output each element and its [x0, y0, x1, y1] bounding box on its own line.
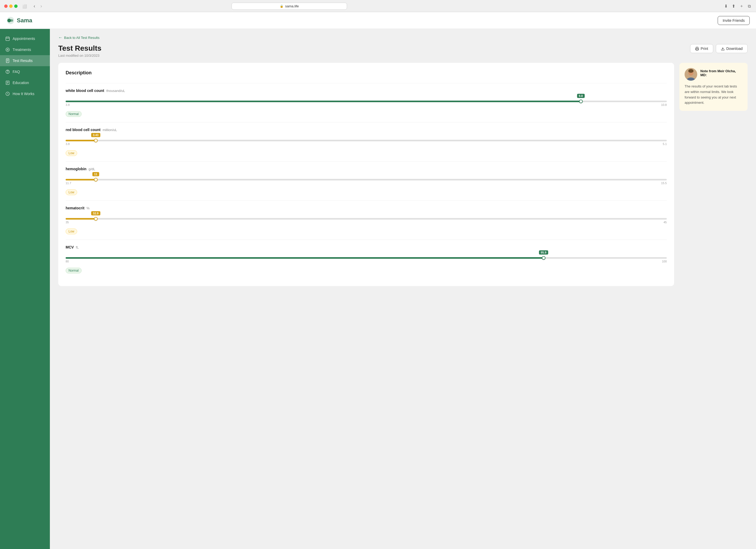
result-row-hemoglobin: hemoglobin g/dL 11 11.7 15.5 — [66, 161, 667, 200]
download-icon-browser[interactable]: ⬇ — [723, 3, 729, 9]
sidebar-item-test-results[interactable]: Test Results — [0, 55, 50, 66]
svg-point-2 — [11, 19, 13, 22]
value-bubble-mcv: 95.9 — [539, 250, 548, 254]
top-nav: Sama Invite Friends — [0, 12, 756, 29]
slider-rbc: 3.43 3.8 5.1 — [66, 140, 667, 145]
print-button[interactable]: Print — [690, 44, 713, 53]
slider-hematocrit: 32.9 35 45 — [66, 218, 667, 224]
close-button[interactable] — [4, 4, 8, 8]
sidebar-toggle-button[interactable]: ⬜ — [21, 4, 28, 9]
result-row-wbc: white blood cell count thousand/uL 9.8 3… — [66, 83, 667, 122]
url-text: sama.life — [285, 4, 299, 8]
slider-labels-mcv: 80 100 — [66, 260, 667, 263]
status-badge-hemoglobin: Low — [66, 189, 77, 195]
slider-track-mcv — [66, 257, 667, 259]
svg-point-14 — [8, 72, 8, 73]
faq-icon — [5, 69, 10, 74]
slider-fill-hematocrit — [66, 218, 96, 219]
note-header: Note from Meir Olcha, MD: — [685, 68, 742, 81]
svg-point-8 — [7, 49, 8, 50]
svg-point-7 — [6, 48, 9, 51]
invite-friends-button[interactable]: Invite Friends — [718, 16, 750, 25]
slider-labels-hematocrit: 35 45 — [66, 221, 667, 224]
tabs-icon[interactable]: ⧉ — [747, 3, 752, 9]
back-nav-button[interactable]: ‹ — [34, 3, 35, 9]
logo: Sama — [6, 16, 32, 25]
value-bubble-rbc: 3.43 — [91, 133, 100, 137]
doctor-avatar — [685, 68, 697, 81]
status-badge-hematocrit: Low — [66, 228, 77, 234]
slider-thumb-rbc — [94, 139, 98, 142]
document-icon — [5, 58, 10, 63]
note-title: Note from Meir Olcha, MD: — [700, 68, 742, 77]
treatments-icon — [5, 47, 10, 52]
result-name-wbc: white blood cell count thousand/uL — [66, 88, 667, 93]
value-bubble-wbc: 9.8 — [577, 94, 585, 98]
slider-thumb-mcv — [542, 256, 545, 260]
education-icon — [5, 80, 10, 85]
status-badge-mcv: Normal — [66, 268, 82, 273]
slider-thumb-hematocrit — [94, 217, 98, 221]
result-name-rbc: red blood cell count million/uL — [66, 128, 667, 132]
note-card: Note from Meir Olcha, MD: The results of… — [679, 63, 748, 111]
address-bar[interactable]: 🔒 sama.life — [232, 3, 347, 10]
slider-track-rbc — [66, 140, 667, 141]
sidebar-item-education[interactable]: Education — [0, 77, 50, 88]
main-layout: Appointments Treatments Test Results FAQ — [0, 29, 756, 549]
slider-fill-mcv — [66, 257, 544, 259]
two-col-layout: Description white blood cell count thous… — [58, 63, 748, 286]
result-name-hematocrit: hematocrit % — [66, 206, 667, 210]
logo-text: Sama — [17, 17, 32, 24]
note-text: The results of your recent lab tests are… — [685, 84, 742, 106]
slider-labels-rbc: 3.8 5.1 — [66, 142, 667, 145]
content-area: ← Back to All Test Results Test Results … — [50, 29, 756, 549]
add-tab-icon[interactable]: ＋ — [738, 3, 745, 9]
back-arrow-icon: ← — [58, 35, 62, 40]
browser-actions: ⬇ ⬆ ＋ ⧉ — [723, 3, 752, 9]
result-name-mcv: MCV fL — [66, 245, 667, 249]
logo-icon — [6, 16, 15, 25]
sidebar-item-appointments[interactable]: Appointments — [0, 33, 50, 44]
download-button[interactable]: Download — [716, 44, 748, 53]
result-row-mcv: MCV fL 95.9 80 100 — [66, 239, 667, 279]
page-subtitle: Last modified on 10/3/2023 — [58, 54, 101, 57]
calendar-icon — [5, 36, 10, 41]
slider-fill-rbc — [66, 140, 96, 141]
treatments-label: Treatments — [13, 48, 31, 52]
svg-rect-3 — [6, 37, 9, 41]
value-bubble-hematocrit: 32.9 — [91, 211, 100, 215]
sidebar-item-how-it-works[interactable]: How It Works — [0, 88, 50, 99]
sidebar-item-faq[interactable]: FAQ — [0, 66, 50, 77]
slider-thumb-hemoglobin — [94, 178, 98, 181]
back-link[interactable]: ← Back to All Test Results — [58, 35, 748, 40]
page-title-section: Test Results Last modified on 10/3/2023 — [58, 44, 101, 57]
results-card: Description white blood cell count thous… — [58, 63, 674, 286]
page-header: Test Results Last modified on 10/3/2023 … — [58, 44, 748, 57]
how-it-works-label: How It Works — [13, 92, 34, 96]
slider-wbc: 9.8 3.8 10.8 — [66, 101, 667, 106]
slider-track-wbc — [66, 101, 667, 102]
fullscreen-button[interactable] — [14, 4, 18, 8]
sidebar-item-treatments[interactable]: Treatments — [0, 44, 50, 55]
minimize-button[interactable] — [9, 4, 13, 8]
test-results-label: Test Results — [13, 59, 33, 63]
forward-nav-button[interactable]: › — [40, 3, 42, 9]
slider-thumb-wbc — [579, 99, 583, 103]
download-label: Download — [726, 46, 743, 51]
result-name-hemoglobin: hemoglobin g/dL — [66, 167, 667, 171]
slider-hemoglobin: 11 11.7 15.5 — [66, 179, 667, 185]
sidebar: Appointments Treatments Test Results FAQ — [0, 29, 50, 549]
back-link-text: Back to All Test Results — [64, 36, 99, 40]
svg-rect-20 — [696, 49, 698, 50]
share-icon[interactable]: ⬆ — [731, 3, 736, 9]
description-title: Description — [66, 70, 667, 76]
slider-labels-wbc: 3.8 10.8 — [66, 103, 667, 106]
faq-label: FAQ — [13, 70, 20, 74]
page-title: Test Results — [58, 44, 101, 53]
education-label: Education — [13, 81, 29, 85]
slider-fill-wbc — [66, 101, 581, 102]
browser-chrome: ⬜ ‹ › 🔒 sama.life ⬇ ⬆ ＋ ⧉ — [0, 0, 756, 12]
print-label: Print — [701, 46, 708, 51]
status-badge-rbc: Low — [66, 150, 77, 156]
slider-fill-hemoglobin — [66, 179, 96, 180]
